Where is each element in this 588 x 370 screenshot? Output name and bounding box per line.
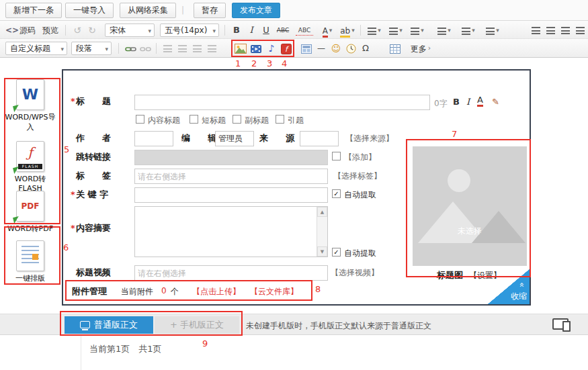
- insert-video-icon[interactable]: [249, 42, 263, 55]
- lead-title-checkbox[interactable]: [276, 115, 284, 124]
- font-color-icon[interactable]: A▾: [319, 24, 336, 37]
- one-click-import-button[interactable]: 一键导入: [65, 3, 114, 18]
- title-italic-icon[interactable]: I: [466, 97, 470, 107]
- paragraph-spacing-icon[interactable]: ▾: [460, 24, 477, 37]
- editor-input[interactable]: [215, 131, 254, 146]
- paragraph-select-value: 段落: [76, 44, 92, 53]
- image-align-left-icon[interactable]: [161, 42, 173, 55]
- jump-link-add-link[interactable]: 【添加】: [344, 152, 376, 163]
- bullet-list-glyph: [389, 28, 398, 35]
- word-icon: W: [16, 79, 44, 110]
- style-select[interactable]: 自定义标题▾: [5, 42, 67, 55]
- sidebar-word-import[interactable]: W WORD/WPS导入: [3, 79, 58, 132]
- title-image-placeholder[interactable]: 未选择: [413, 146, 527, 266]
- jump-link-field: [134, 150, 328, 165]
- body-version-tabbar: 普通版正文 + 手机版正文 未创建手机版时，手机版正文默认来源于普通版正文: [0, 314, 588, 335]
- remove-link-icon[interactable]: [138, 42, 152, 55]
- paragraph-indent-icon[interactable]: ▾: [435, 24, 453, 37]
- summary-scrollbar[interactable]: ▲ ▼: [317, 207, 327, 257]
- choose-video-link[interactable]: 【选择视频】: [331, 267, 379, 279]
- mobile-body-hint: 未创建手机版时，手机版正文默认来源于普通版正文: [246, 320, 431, 332]
- align-left-glyph: [532, 27, 540, 34]
- highlight-color-icon[interactable]: ab▾: [339, 24, 356, 37]
- special-char-icon[interactable]: Ω: [359, 42, 372, 55]
- pdf-letters: PDF: [17, 191, 44, 221]
- add-next-button[interactable]: 新增下一条: [5, 3, 62, 18]
- tab-normal-body[interactable]: 普通版正文: [65, 316, 153, 334]
- text-direction-icon[interactable]: ▾: [484, 24, 501, 37]
- redo-icon[interactable]: ↻: [85, 24, 99, 37]
- sidebar-word-to-pdf[interactable]: PDF WORD转PDF: [3, 191, 58, 234]
- italic-icon[interactable]: I: [245, 24, 258, 37]
- author-input[interactable]: [134, 131, 173, 146]
- align-justify-icon[interactable]: [574, 24, 586, 37]
- insert-image-icon[interactable]: [234, 42, 247, 55]
- align-right-icon[interactable]: [559, 24, 571, 37]
- align-left-icon[interactable]: [530, 24, 542, 37]
- align-center-icon[interactable]: [544, 24, 556, 37]
- insert-music-icon[interactable]: ♪: [265, 42, 278, 55]
- emoticon-icon[interactable]: ☺: [329, 42, 343, 55]
- tag-input[interactable]: [134, 169, 328, 184]
- title-color-icon[interactable]: A: [477, 95, 483, 107]
- insert-iframe-icon[interactable]: [300, 42, 313, 55]
- source-code-button[interactable]: 源码: [18, 24, 37, 37]
- underline-icon[interactable]: U: [259, 24, 273, 37]
- insert-table-icon[interactable]: [388, 42, 402, 55]
- insert-flash-icon[interactable]: f: [280, 42, 293, 55]
- horizontal-rule-icon[interactable]: —: [314, 42, 328, 55]
- preview-button[interactable]: 预览: [41, 24, 60, 37]
- content-title-label: 内容标题: [148, 115, 180, 126]
- more-button[interactable]: 更多›: [406, 42, 435, 55]
- title-input[interactable]: [134, 95, 430, 110]
- bullet-list-icon[interactable]: ▾: [387, 24, 405, 37]
- ordered-list-icon[interactable]: ▾: [366, 24, 383, 37]
- title-bold-icon[interactable]: B: [453, 97, 460, 107]
- publish-article-button[interactable]: 发布文章: [232, 3, 280, 18]
- title-edit-icon[interactable]: ✎: [492, 97, 499, 107]
- subtitle-checkbox[interactable]: [233, 115, 241, 124]
- outdent-icon[interactable]: [206, 42, 218, 55]
- jump-link-add-checkbox[interactable]: [332, 152, 341, 160]
- device-preview-icon[interactable]: [552, 318, 569, 330]
- strikethrough-icon[interactable]: ABC: [274, 24, 292, 37]
- short-title-checkbox[interactable]: [190, 115, 198, 124]
- undo-icon[interactable]: ↺: [71, 24, 84, 37]
- spellcheck-icon[interactable]: ABC: [296, 25, 313, 36]
- indent-icon[interactable]: [191, 42, 203, 55]
- insert-link-icon[interactable]: [124, 42, 137, 55]
- choose-tag-link[interactable]: 【选择标签】: [333, 171, 382, 182]
- image-align-left-glyph: [163, 45, 172, 52]
- sidebar-word-to-flash[interactable]: ƒ FLASH WORD转FLASH: [3, 141, 58, 193]
- keyword-auto-extract-checkbox[interactable]: ✓: [332, 189, 341, 198]
- line-height-icon[interactable]: ▾: [409, 24, 426, 37]
- source-code-icon[interactable]: <>: [5, 24, 17, 37]
- choose-source-link[interactable]: 【选择来源】: [345, 133, 394, 144]
- scroll-down-icon[interactable]: ▼: [317, 246, 327, 257]
- paragraph-select[interactable]: 段落▾: [71, 42, 112, 55]
- content-title-checkbox[interactable]: [136, 115, 144, 124]
- source-input[interactable]: [300, 131, 339, 146]
- image-align-right-glyph: [178, 45, 187, 52]
- font-size-select[interactable]: 五号(14px)▾: [160, 24, 219, 37]
- upload-attachment-link[interactable]: 【点击上传】: [192, 286, 241, 297]
- keyword-input[interactable]: [134, 187, 328, 203]
- word-import-label: WORD/WPS导入: [3, 112, 58, 132]
- summary-textarea[interactable]: [135, 207, 317, 257]
- sidebar-one-click-typeset[interactable]: 一键排版: [3, 240, 58, 283]
- title-video-input[interactable]: [134, 265, 328, 281]
- annotation-number-7: 7: [452, 129, 457, 139]
- insert-time-icon[interactable]: [344, 42, 358, 55]
- image-align-right-icon[interactable]: [176, 42, 188, 55]
- temp-save-button[interactable]: 暂存: [194, 3, 226, 18]
- scroll-up-icon[interactable]: ▲: [317, 207, 327, 217]
- cloud-library-link[interactable]: 【云文件库】: [250, 286, 298, 297]
- tab-mobile-body[interactable]: + 手机版正文: [155, 316, 239, 334]
- bold-icon[interactable]: B: [230, 24, 243, 37]
- text-direction-glyph: [486, 28, 495, 35]
- collect-from-web-button[interactable]: 从网络采集: [120, 3, 176, 18]
- font-family-select[interactable]: 宋体▾: [105, 24, 155, 37]
- collapse-panel-button[interactable]: » 收缩: [488, 269, 530, 304]
- caret-down-icon: ▾: [351, 27, 355, 34]
- summary-auto-extract-checkbox[interactable]: ✓: [332, 248, 341, 257]
